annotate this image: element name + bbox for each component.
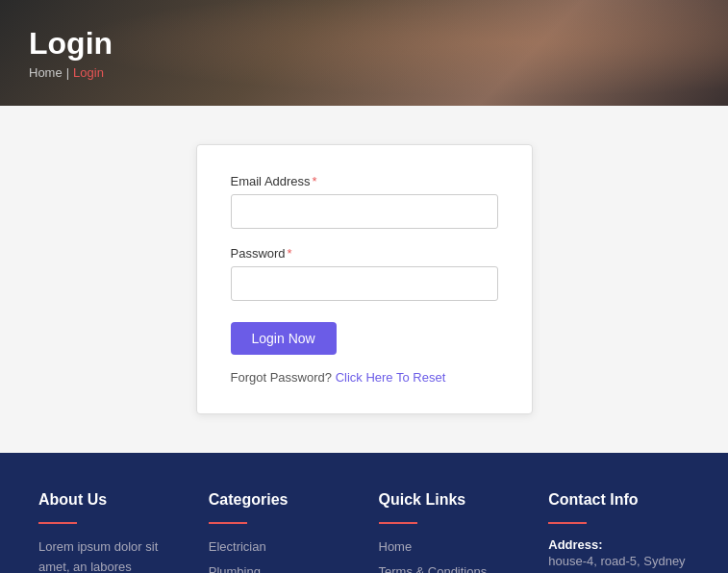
list-item: Plumbing bbox=[209, 562, 350, 573]
email-label: Email Address* bbox=[231, 174, 498, 188]
footer: About Us Lorem ipsum dolor sit amet, an … bbox=[0, 453, 728, 573]
email-input[interactable] bbox=[231, 194, 498, 229]
quicklink-home[interactable]: Home bbox=[379, 539, 413, 554]
password-required-star: * bbox=[288, 246, 292, 261]
footer-about-title: About Us bbox=[38, 491, 180, 509]
login-button[interactable]: Login Now bbox=[231, 322, 337, 355]
footer-contact-title: Contact Info bbox=[548, 491, 690, 509]
forgot-password-section: Forgot Password? Click Here To Reset bbox=[231, 370, 498, 385]
quicklink-terms[interactable]: Terms & Conditions bbox=[379, 564, 488, 573]
category-plumbing[interactable]: Plumbing bbox=[209, 564, 261, 573]
footer-contact-underline bbox=[548, 522, 587, 524]
password-label: Password* bbox=[231, 246, 498, 261]
breadcrumb-separator: | bbox=[66, 65, 69, 80]
footer-about: About Us Lorem ipsum dolor sit amet, an … bbox=[38, 491, 180, 573]
forgot-password-link[interactable]: Click Here To Reset bbox=[336, 370, 446, 385]
category-electrician[interactable]: Electrician bbox=[209, 539, 266, 554]
footer-quicklinks-title: Quick Links bbox=[379, 491, 520, 509]
footer-categories: Categories Electrician Plumbing Home Rep… bbox=[209, 491, 350, 573]
footer-quicklinks: Quick Links Home Terms & Conditions Priv… bbox=[379, 491, 520, 573]
list-item: Home bbox=[379, 537, 520, 555]
email-group: Email Address* bbox=[231, 174, 498, 229]
list-item: Terms & Conditions bbox=[379, 562, 520, 573]
main-content: Email Address* Password* Login Now Forgo… bbox=[0, 106, 728, 453]
footer-categories-underline bbox=[209, 522, 247, 524]
footer-quicklinks-underline bbox=[379, 522, 417, 524]
footer-quicklinks-list: Home Terms & Conditions Privacy Policy bbox=[379, 537, 520, 573]
password-group: Password* bbox=[231, 246, 498, 301]
breadcrumb-home-link[interactable]: Home bbox=[29, 65, 63, 80]
page-title: Login bbox=[29, 26, 699, 62]
address-label: Address: bbox=[548, 537, 690, 552]
footer-about-text: Lorem ipsum dolor sit amet, an labores e… bbox=[38, 537, 180, 573]
header-banner: Login Home | Login bbox=[0, 0, 728, 106]
password-input[interactable] bbox=[231, 266, 498, 301]
footer-contact: Contact Info Address: house-4, road-5, S… bbox=[548, 491, 690, 573]
footer-categories-title: Categories bbox=[209, 491, 350, 509]
breadcrumb: Home | Login bbox=[29, 65, 699, 80]
footer-about-underline bbox=[38, 522, 77, 524]
footer-categories-list: Electrician Plumbing Home Repairing Car … bbox=[209, 537, 350, 573]
login-card: Email Address* Password* Login Now Forgo… bbox=[196, 144, 533, 414]
address-value: house-4, road-5, Sydney bbox=[548, 554, 690, 568]
email-required-star: * bbox=[313, 174, 317, 188]
breadcrumb-current: Login bbox=[73, 65, 104, 80]
list-item: Electrician bbox=[209, 537, 350, 555]
